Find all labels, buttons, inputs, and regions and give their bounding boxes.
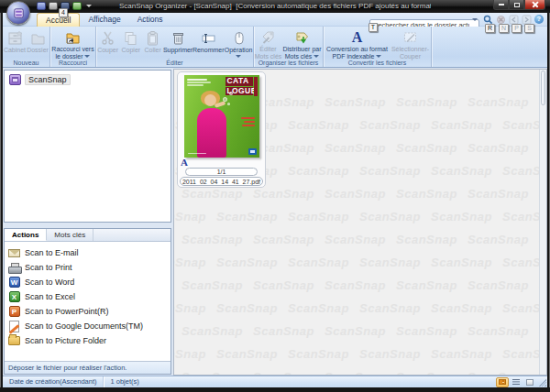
search-scope-dropdown-icon[interactable] xyxy=(472,18,478,21)
delete-icon xyxy=(170,30,186,46)
scrollbar-thumb[interactable] xyxy=(541,71,545,105)
edit-keywords-icon xyxy=(260,29,276,45)
minimize-icon xyxy=(499,4,504,5)
cabinet-button[interactable]: Cabinet xyxy=(4,27,27,59)
folder-shortcut-icon xyxy=(65,29,81,45)
left-column: ScanSnap Actions Mots clés Scan to E-mai… xyxy=(4,70,171,375)
cabinet-folder-icon xyxy=(9,74,21,85)
file-list-area: ScanSnapScanSnapScanSnapScanSnapScanSnap… xyxy=(173,69,547,376)
online-update-icon[interactable] xyxy=(72,2,82,10)
list-view-button[interactable] xyxy=(510,377,522,387)
cancel-search-icon xyxy=(496,15,506,25)
list-item-scan-to-excel[interactable]: X Scan to Excel xyxy=(8,289,170,304)
dropdown-arrow-icon xyxy=(376,55,381,58)
list-item-scan-to-google-documents[interactable]: Scan to Google Documents(TM) xyxy=(8,319,170,333)
group-label-raccourci: Raccourci xyxy=(50,59,95,67)
cut-icon xyxy=(100,30,116,46)
ribbon: Cabinet Dossier Nouveau xyxy=(3,27,547,68)
actions-panel-tabs: Actions Mots clés xyxy=(5,229,170,242)
resize-grip[interactable] xyxy=(538,378,546,387)
minimize-button[interactable] xyxy=(493,0,509,10)
ribbon-tab-row: Accueil Affichage Actions xyxy=(3,13,547,27)
file-name-label[interactable]: 2011_02_04_14_41_27.pdf xyxy=(180,177,263,186)
supprimer-button[interactable]: Supprimer xyxy=(163,27,192,59)
conversion-pdf-button[interactable]: A Conversion au format PDF indexable xyxy=(324,27,390,59)
list-item-scan-to-picture-folder[interactable]: Scan to Picture Folder xyxy=(8,333,170,348)
close-icon xyxy=(532,1,539,8)
group-label-nouveau: Nouveau xyxy=(3,59,50,67)
group-label-convertir: Convertir les fichiers xyxy=(324,59,431,67)
dossier-button[interactable]: Dossier xyxy=(27,27,50,59)
scansnap-logo-icon xyxy=(12,6,26,20)
thumbnail-view-icon xyxy=(499,379,506,385)
search-button[interactable] xyxy=(483,15,493,25)
list-item-scan-to-powerpoint[interactable]: P Scan to PowerPoint(R) xyxy=(8,304,170,319)
maximize-icon xyxy=(514,3,520,7)
operation-button[interactable]: Opération xyxy=(224,27,253,59)
ribbon-group-organiser: Éditer Mots clés Distribuer par Mots clé… xyxy=(254,27,324,67)
previous-arrow-icon xyxy=(509,15,519,25)
maximize-button[interactable] xyxy=(509,0,524,10)
copier-button[interactable]: Copier xyxy=(119,27,142,59)
renommer-button[interactable]: Renommer xyxy=(192,27,224,59)
distribuer-mots-cles-button[interactable]: Distribuer par Mots clés xyxy=(282,27,323,59)
qat-customize-icon[interactable] xyxy=(86,5,92,7)
searchable-pdf-marker: A xyxy=(181,158,188,168)
preview-view-button[interactable] xyxy=(523,377,536,387)
list-view-icon xyxy=(512,379,520,385)
status-bar: Date de création(Ascendant) 1 objet(s) xyxy=(3,376,547,387)
ribbon-group-convertir: A Conversion au format PDF indexable Sél… xyxy=(324,27,432,67)
tree-item-scansnap[interactable]: ScanSnap xyxy=(9,74,170,85)
close-button[interactable] xyxy=(524,0,545,10)
tab-affichage[interactable]: Affichage xyxy=(80,13,128,27)
help-button[interactable]: ? xyxy=(534,15,544,24)
list-item-scan-to-print[interactable]: Scan to Print xyxy=(8,260,170,275)
editer-mots-cles-button[interactable]: Éditer Mots clés xyxy=(255,27,282,59)
tab-mots-cles[interactable]: Mots clés xyxy=(47,229,94,241)
group-label-editer: Éditer xyxy=(96,59,253,67)
couper-button[interactable]: Couper xyxy=(96,27,119,59)
vertical-scrollbar[interactable] xyxy=(539,70,546,375)
tab-actions-panel[interactable]: Actions xyxy=(5,229,47,241)
selectionner-couper-button[interactable]: Sélectionner-Couper xyxy=(390,27,431,59)
sort-order-status: Date de création(Ascendant) xyxy=(3,376,104,387)
application-window: 4 ScanSnap Organizer - [ScanSnap] [Conve… xyxy=(0,0,550,392)
tab-actions[interactable]: Actions xyxy=(129,13,171,27)
content-area: ScanSnap Actions Mots clés Scan to E-mai… xyxy=(3,68,547,376)
keytip-s: S xyxy=(524,24,534,33)
next-arrow-icon xyxy=(522,15,532,25)
keytip-t: T xyxy=(368,23,378,32)
word-icon: W xyxy=(9,277,20,288)
cancel-search-button[interactable] xyxy=(496,15,506,25)
previous-result-button[interactable] xyxy=(509,15,519,25)
preview-view-icon xyxy=(526,379,534,386)
window-frame-bottom xyxy=(0,387,550,392)
coller-button[interactable]: Coller xyxy=(142,27,162,59)
cabinet-icon xyxy=(7,30,23,46)
title-bar: 4 ScanSnap Organizer - [ScanSnap] [Conve… xyxy=(0,0,550,13)
page-counter[interactable]: 1/1 xyxy=(185,168,258,176)
copy-icon xyxy=(123,30,138,46)
actions-list: Scan to E-mail Scan to Print W Scan to W… xyxy=(5,242,170,361)
publisher-logo-icon xyxy=(248,148,257,155)
excel-icon: X xyxy=(9,291,20,302)
file-card[interactable]: CATA LOGUE A xyxy=(177,71,266,188)
email-icon xyxy=(8,249,20,257)
rename-icon xyxy=(201,30,216,46)
print-icon[interactable] xyxy=(49,2,58,10)
distribute-keywords-icon xyxy=(294,29,310,45)
paste-icon xyxy=(145,30,160,46)
google-docs-icon xyxy=(9,321,19,332)
list-item-scan-to-email[interactable]: Scan to E-mail xyxy=(8,245,170,260)
raccourci-dossier-button[interactable]: Raccourci vers le dossier xyxy=(51,27,95,59)
list-item-scan-to-word[interactable]: W Scan to Word xyxy=(8,275,170,289)
keytip-4: 4 xyxy=(59,8,68,17)
picture-folder-icon xyxy=(8,336,20,345)
keytip-n: N xyxy=(499,24,509,33)
thumbnail-view-button[interactable] xyxy=(496,377,509,387)
next-result-button[interactable] xyxy=(522,15,532,25)
object-count-status: 1 objet(s) xyxy=(104,376,145,387)
app-orb-button[interactable] xyxy=(6,1,30,25)
scan-icon[interactable] xyxy=(37,2,46,10)
search-box xyxy=(369,15,479,26)
